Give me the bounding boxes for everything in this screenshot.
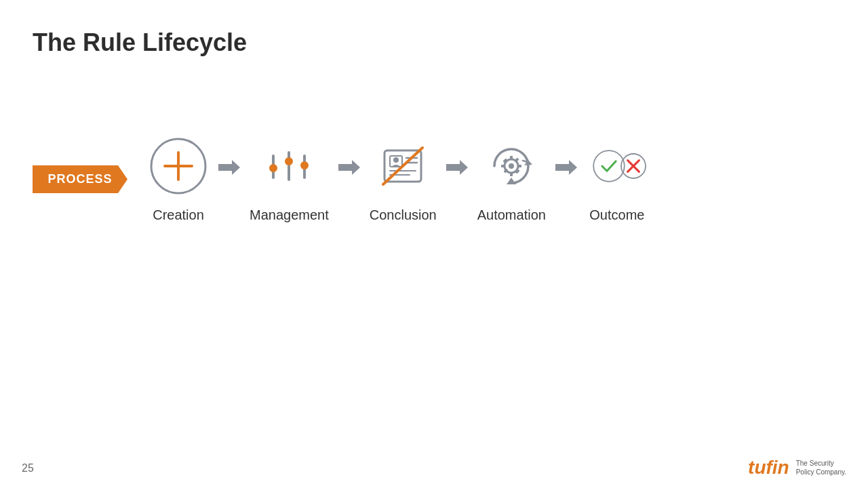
footer-brand: tufin The SecurityPolicy Company. xyxy=(748,457,846,479)
arrow-1 xyxy=(217,155,241,180)
page-title: The Rule Lifecycle xyxy=(33,28,247,57)
process-label: PROCESS xyxy=(33,165,127,193)
conclusion-icon xyxy=(372,136,433,197)
svg-line-18 xyxy=(383,148,422,184)
svg-point-5 xyxy=(269,164,277,172)
step-outcome: Outcome xyxy=(587,136,648,223)
svg-point-23 xyxy=(509,163,514,169)
management-icon xyxy=(258,136,319,197)
slide-number: 25 xyxy=(22,462,34,474)
svg-rect-27 xyxy=(517,165,521,167)
arrow-2 xyxy=(337,155,361,180)
svg-point-7 xyxy=(285,157,293,165)
svg-rect-24 xyxy=(510,156,513,160)
conclusion-label: Conclusion xyxy=(370,207,437,223)
management-label: Management xyxy=(250,207,329,223)
tufin-tagline: The SecurityPolicy Company. xyxy=(796,459,846,476)
svg-marker-20 xyxy=(507,178,516,184)
tufin-logo: tufin xyxy=(748,457,789,479)
arrow-3 xyxy=(445,155,469,180)
creation-icon xyxy=(148,136,209,197)
step-creation: Creation xyxy=(148,136,209,223)
automation-icon xyxy=(481,136,542,197)
automation-label: Automation xyxy=(477,207,546,223)
lifecycle-diagram: PROCESS Creation xyxy=(33,136,835,223)
step-automation: Automation xyxy=(477,136,546,223)
step-conclusion: Conclusion xyxy=(370,136,437,223)
creation-label: Creation xyxy=(153,207,204,223)
svg-marker-32 xyxy=(555,160,577,175)
outcome-label: Outcome xyxy=(589,207,644,223)
svg-marker-3 xyxy=(218,160,240,175)
svg-marker-19 xyxy=(446,160,468,175)
outcome-icon xyxy=(587,136,648,197)
arrow-4 xyxy=(554,155,578,180)
svg-point-33 xyxy=(593,150,625,182)
svg-point-13 xyxy=(393,157,399,163)
svg-point-9 xyxy=(300,161,309,169)
step-management: Management xyxy=(250,136,329,223)
svg-rect-26 xyxy=(501,165,505,167)
svg-marker-10 xyxy=(338,160,360,175)
svg-rect-25 xyxy=(510,172,513,176)
